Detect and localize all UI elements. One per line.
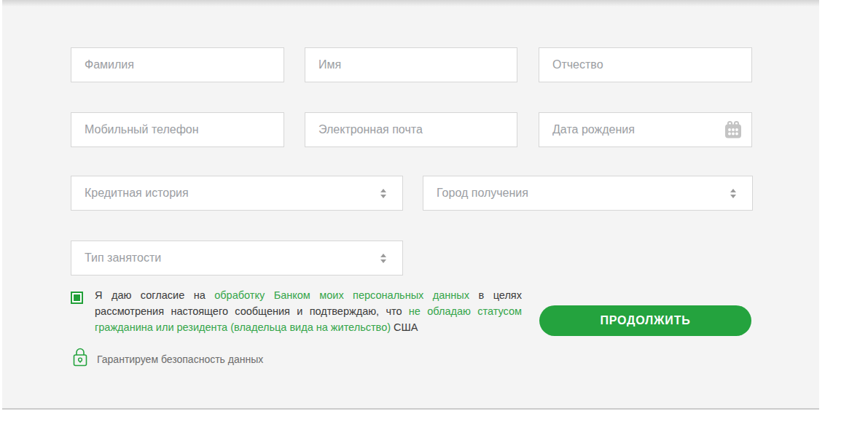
employment-type-select[interactable]: Тип занятости <box>71 241 403 276</box>
personal-data-link[interactable]: обработку Банком моих персональных данны… <box>214 289 469 301</box>
select-arrows-icon <box>380 254 386 263</box>
lock-icon <box>71 346 89 368</box>
phone-input[interactable] <box>71 112 284 147</box>
credit-history-select-value: Кредитная история <box>85 187 380 200</box>
page: Кредитная история Город получения Тип за… <box>0 0 868 422</box>
continue-button[interactable]: ПРОДОЛЖИТЬ <box>539 305 751 336</box>
consent-checkbox[interactable] <box>71 292 83 304</box>
city-select-value: Город получения <box>437 187 730 200</box>
select-arrows-icon <box>380 189 386 198</box>
calendar-icon[interactable] <box>723 120 743 140</box>
consent-text: Я даю согласие на обработку Банком моих … <box>95 287 522 335</box>
credit-history-select[interactable]: Кредитная история <box>71 176 403 211</box>
select-arrows-icon <box>730 189 736 198</box>
consent-text-part: Я даю согласие на <box>95 289 214 301</box>
city-select[interactable]: Город получения <box>423 176 753 211</box>
consent-checkbox-mark <box>74 294 80 301</box>
consent-text-part: США <box>391 321 418 333</box>
last-name-input[interactable] <box>71 47 284 82</box>
first-name-input[interactable] <box>305 47 517 82</box>
birth-date-input[interactable] <box>539 112 752 147</box>
employment-type-select-value: Тип занятости <box>85 251 380 265</box>
security-note: Гарантируем безопасность данных <box>97 353 263 365</box>
email-input[interactable] <box>305 112 517 147</box>
middle-name-input[interactable] <box>539 47 752 82</box>
application-form-card: Кредитная история Город получения Тип за… <box>2 0 819 410</box>
